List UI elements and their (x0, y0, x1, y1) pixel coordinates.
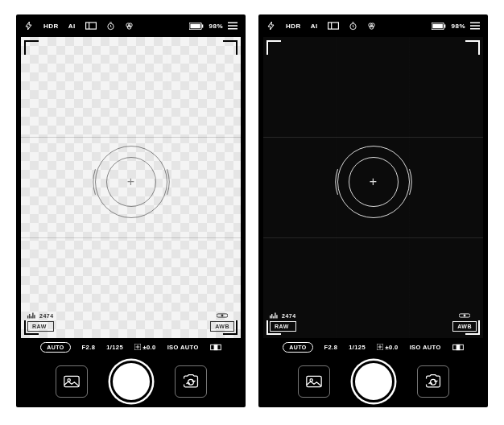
bottom-controls (258, 356, 488, 407)
awb-badge[interactable]: AWB (210, 321, 234, 332)
svg-rect-22 (444, 24, 445, 27)
aperture-value[interactable]: F2.8 (324, 344, 338, 351)
battery-icon (432, 23, 446, 30)
svg-rect-0 (85, 23, 96, 29)
switch-camera-button[interactable] (175, 365, 207, 398)
gallery-button[interactable] (56, 365, 88, 398)
histogram-icon (270, 312, 279, 319)
shutter-button[interactable] (353, 361, 395, 402)
ev-value[interactable]: ±0.0 (134, 344, 156, 351)
ai-toggle[interactable]: AI (68, 23, 76, 30)
raw-badge[interactable]: RAW (27, 321, 54, 332)
frame-corner (223, 40, 238, 55)
hdr-toggle[interactable]: HDR (286, 23, 301, 30)
frame-corner (266, 40, 281, 55)
auto-mode-pill[interactable]: AUTO (40, 342, 70, 353)
frame-corner (24, 40, 39, 55)
shutter-speed-value[interactable]: 1/125 (349, 344, 366, 351)
menu-icon[interactable] (470, 22, 480, 30)
battery-percent: 98% (209, 23, 223, 30)
camera-ui-light: HDR AI 98% (16, 14, 246, 407)
ev-value[interactable]: ±0.0 (377, 344, 399, 351)
histogram-counter: 2474 (39, 313, 54, 319)
svg-rect-12 (214, 345, 217, 349)
settings-strip: AUTO F2.8 1/125 ±0.0 ISO AUTO (258, 338, 488, 356)
svg-rect-27 (456, 345, 460, 349)
viewfinder[interactable]: + 2474 RAW AWB (263, 37, 483, 338)
timer-icon[interactable] (106, 22, 115, 31)
svg-point-4 (127, 25, 131, 29)
auto-mode-pill[interactable]: AUTO (283, 342, 312, 353)
svg-point-19 (370, 25, 374, 29)
top-bar: HDR AI 98% (16, 14, 246, 37)
shutter-speed-value[interactable]: 1/125 (106, 344, 123, 351)
switch-camera-button[interactable] (417, 365, 449, 398)
battery-percent: 98% (451, 23, 465, 30)
top-bar: HDR AI 98% (258, 14, 488, 37)
histogram-counter: 2474 (282, 313, 296, 319)
bottom-controls (16, 356, 246, 407)
svg-rect-15 (328, 23, 338, 29)
timer-icon[interactable] (349, 22, 357, 31)
iso-value[interactable]: ISO AUTO (167, 344, 199, 351)
exposure-compensation-icon[interactable] (210, 344, 221, 351)
iso-value[interactable]: ISO AUTO (410, 344, 441, 351)
menu-icon[interactable] (228, 22, 238, 30)
level-icon (217, 312, 228, 319)
svg-point-9 (221, 315, 224, 317)
frame-corner (465, 40, 480, 55)
camera-ui-dark: HDR AI 98% (258, 14, 488, 407)
hdr-toggle[interactable]: HDR (43, 23, 59, 30)
focus-crosshair: + (370, 175, 377, 189)
svg-rect-28 (306, 376, 320, 386)
filter-icon[interactable] (125, 22, 134, 31)
histogram-icon (27, 312, 36, 319)
svg-point-24 (464, 315, 466, 317)
svg-rect-13 (64, 376, 78, 386)
aspect-ratio-icon[interactable] (328, 22, 339, 30)
svg-rect-21 (433, 23, 443, 28)
focus-crosshair: + (127, 175, 134, 189)
filter-icon[interactable] (367, 22, 376, 31)
ai-toggle[interactable]: AI (311, 23, 318, 30)
flash-icon[interactable] (266, 21, 276, 31)
viewfinder[interactable]: + 2474 RAW AWB (21, 37, 241, 338)
aspect-ratio-icon[interactable] (85, 22, 97, 30)
flash-icon[interactable] (24, 21, 34, 31)
focus-reticle[interactable]: + (337, 146, 410, 218)
level-icon (459, 312, 470, 319)
awb-badge[interactable]: AWB (452, 321, 477, 332)
settings-strip: AUTO F2.8 1/125 ±0.0 ISO AUTO (16, 338, 246, 356)
svg-rect-6 (191, 23, 200, 28)
battery-icon (189, 23, 204, 30)
raw-badge[interactable]: RAW (270, 321, 296, 332)
exposure-compensation-icon[interactable] (452, 344, 464, 351)
gallery-button[interactable] (298, 365, 330, 398)
shutter-button[interactable] (110, 361, 152, 402)
aperture-value[interactable]: F2.8 (82, 344, 96, 351)
svg-rect-7 (202, 24, 203, 27)
focus-reticle[interactable]: + (95, 146, 167, 218)
